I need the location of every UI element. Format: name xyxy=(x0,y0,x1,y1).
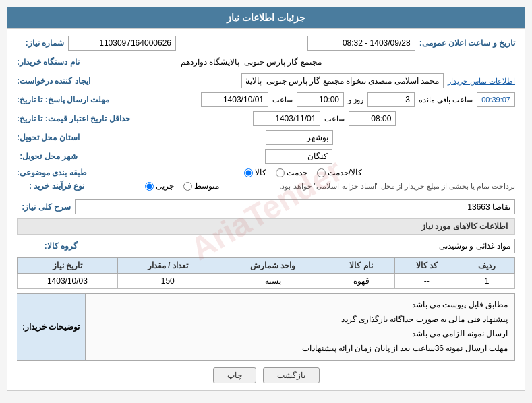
page-title: جزئیات اطلاعات نیاز xyxy=(227,12,305,23)
radio-khadamat[interactable]: خدمت xyxy=(276,168,307,177)
jozii-label: جزیی xyxy=(156,181,174,191)
radio-motavasset[interactable]: متوسط xyxy=(183,181,219,191)
radio-jozii[interactable]: جزیی xyxy=(145,181,174,191)
tabagheh-label: طبقه بندی موضوعی: xyxy=(17,168,87,177)
col-kod-kala: کد کالا xyxy=(394,258,459,274)
col-tedad: تعداد / مقدار xyxy=(117,258,218,274)
row-tabagheh: کالا/خدمت خدمت کالا طبقه بندی موضوعی: xyxy=(17,168,515,177)
tarikh-label: تاریخ و ساعت اعلان عمومی: xyxy=(419,38,515,48)
rooz-label: روز و xyxy=(348,96,363,104)
divider1 xyxy=(17,195,515,195)
tabagheh-radio-group: کالا/خدمت خدمت کالا xyxy=(244,168,362,177)
notes-section: مطابق فایل پیوست می باشدپیشنهاد فنی مالی… xyxy=(17,293,515,361)
noe-description: پرداخت تمام یا بخشی از مبلغ خریدار از مح… xyxy=(279,182,515,191)
sarh-koli-input[interactable] xyxy=(75,199,515,214)
row-ostan: استان محل تحویل: xyxy=(17,130,515,145)
table-cell-1: -- xyxy=(394,274,459,289)
row-hadaghal: ساعت حداقل تاریخ اعتبار قیمت: تا تاریخ: xyxy=(17,111,515,126)
notes-line: مطابق فایل پیوست می باشد xyxy=(93,298,508,313)
tarikh-input[interactable] xyxy=(307,36,415,51)
hadaghal-saat-label: ساعت xyxy=(324,115,345,123)
nam-dastgah-input[interactable] xyxy=(84,55,326,69)
radio-kala-khadamat-input[interactable] xyxy=(317,168,326,177)
radio-khadamat-input[interactable] xyxy=(276,168,285,177)
col-radif: ردیف xyxy=(459,258,514,274)
back-button[interactable]: بازگشت xyxy=(263,367,320,383)
radio-jozii-input[interactable] xyxy=(145,182,154,191)
noe-farayand-label: نوع فرآیند خرید : xyxy=(17,181,84,191)
notes-line: ارسال نمونه الزامی می باشد xyxy=(93,327,508,342)
page-header: جزئیات اطلاعات نیاز xyxy=(7,7,525,28)
notes-content: مطابق فایل پیوست می باشدپیشنهاد فنی مالی… xyxy=(86,293,515,361)
table-cell-0: 1 xyxy=(459,274,514,289)
kala-label: کالا xyxy=(255,168,266,177)
row-shahr: شهر محل تحویل: xyxy=(17,149,515,164)
hadaghal-saat-input[interactable] xyxy=(349,111,396,126)
radio-kala[interactable]: کالا xyxy=(244,168,266,177)
baqi-saat-label: ساعت باقی مانده xyxy=(419,96,473,104)
ostan-input[interactable] xyxy=(266,130,333,145)
ijad-konande-input[interactable] xyxy=(241,73,444,88)
motavasset-label: متوسط xyxy=(194,181,219,191)
shomara-label: شماره نیاز: xyxy=(17,38,64,48)
col-vahed: واحد شمارش xyxy=(218,258,328,274)
ijad-konande-label: ایجاد کننده درخواست: xyxy=(17,76,90,86)
notes-label: توضیحات خریدار: xyxy=(17,293,86,361)
table-cell-4: 150 xyxy=(117,274,218,289)
nam-dastgah-label: نام دستگاه خریدار: xyxy=(17,57,80,67)
row-shomara: تاریخ و ساعت اعلان عمومی: شماره نیاز: xyxy=(17,36,515,51)
noe-radio-group: متوسط جزیی xyxy=(145,181,219,191)
radio-motavasset-input[interactable] xyxy=(183,182,192,191)
hadaghal-date-input[interactable] xyxy=(253,111,320,126)
mohlat-label: مهلت ارسال پاسخ: تا تاریخ: xyxy=(17,95,109,104)
row-nam-dastgah: نام دستگاه خریدار: xyxy=(17,55,515,69)
sarh-koli-label: سرح کلی نیاز: xyxy=(17,202,71,212)
notes-line: مهلت ارسال نمونه 36ساعت بعد از پایان زما… xyxy=(93,342,508,356)
table-cell-3: بسته xyxy=(218,274,328,289)
table-cell-2: قهوه xyxy=(328,274,394,289)
row-noe-farayand: پرداخت تمام یا بخشی از مبلغ خریدار از مح… xyxy=(17,181,515,191)
button-row: بازگشت چاپ xyxy=(17,367,515,383)
ostan-label: استان محل تحویل: xyxy=(17,133,80,142)
notes-line: پیشنهاد فنی مالی به صورت جداگانه بارگذار… xyxy=(93,313,508,328)
row-ijad-konande: اطلاعات تماس خریدار ایجاد کننده درخواست: xyxy=(17,73,515,88)
col-tarikh: تاریخ نیاز xyxy=(18,258,118,274)
mohlat-saat-input[interactable] xyxy=(297,92,344,107)
gorohe-kala-label: گروه کالا: xyxy=(17,241,78,251)
shahr-label: شهر محل تحویل: xyxy=(17,152,78,161)
ettelaat-header: اطلاعات کالاهای مورد نیاز xyxy=(17,218,515,235)
row-gorohe-kala: گروه کالا: xyxy=(17,239,515,253)
mohlat-saat-label: ساعت xyxy=(272,96,293,104)
kala-table: ردیف کد کالا نام کالا واحد شمارش تعداد /… xyxy=(17,257,515,289)
row-mohlat: 00:39:07 ساعت باقی مانده روز و ساعت مهلت… xyxy=(17,92,515,107)
radio-kala-input[interactable] xyxy=(244,168,253,177)
baqi-value: 00:39:07 xyxy=(477,92,515,107)
col-nam-kala: نام کالا xyxy=(328,258,394,274)
rooz-input[interactable] xyxy=(367,92,415,107)
print-button[interactable]: چاپ xyxy=(213,367,256,383)
shomara-input[interactable] xyxy=(68,36,176,51)
ettelaat-tamas-link[interactable]: اطلاعات تماس خریدار xyxy=(448,77,515,86)
hadaghal-label: حداقل تاریخ اعتبار قیمت: تا تاریخ: xyxy=(17,114,130,123)
table-row: 1--قهوهبسته1501403/10/03 xyxy=(18,274,515,289)
khadamat-label: خدمت xyxy=(287,168,307,177)
kala-khadamat-label: کالا/خدمت xyxy=(328,168,362,177)
radio-kala-khadamat[interactable]: کالا/خدمت xyxy=(317,168,362,177)
table-cell-5: 1403/10/03 xyxy=(18,274,118,289)
mohlat-date-input[interactable] xyxy=(201,92,268,107)
gorohe-kala-input[interactable] xyxy=(82,239,515,253)
shahr-input[interactable] xyxy=(265,149,332,164)
row-sarh-koli: سرح کلی نیاز: xyxy=(17,199,515,214)
